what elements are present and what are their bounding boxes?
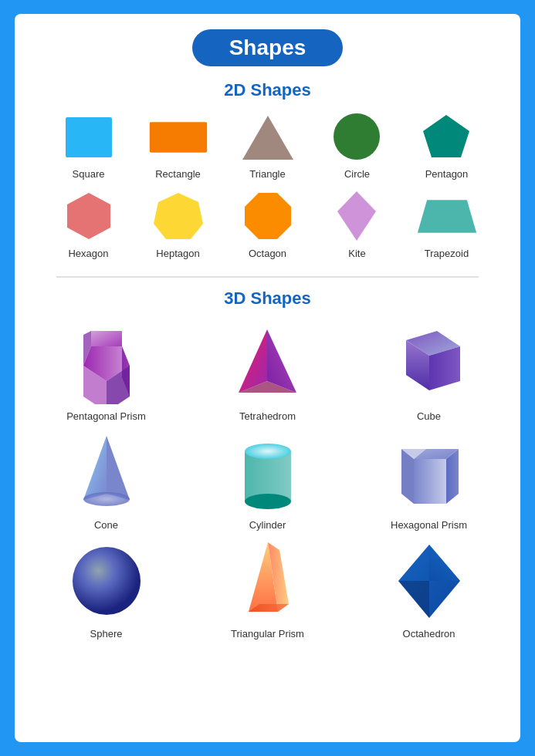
shape-triangular-prism-label: Triangular Prism [231, 628, 304, 640]
section-divider [56, 276, 478, 278]
shape-cone: Cone [33, 430, 179, 531]
shape-hexagon-label: Hexagon [68, 248, 108, 259]
svg-marker-8 [337, 191, 376, 241]
svg-rect-28 [414, 459, 446, 504]
shape-trapezoid: Trapezoid [408, 189, 486, 259]
shape-triangle: Triangle [229, 110, 306, 180]
shape-hexagonal-prism-label: Hexagonal Prism [391, 519, 467, 531]
shape-kite-label: Kite [348, 248, 365, 259]
svg-point-33 [73, 547, 141, 615]
svg-marker-6 [154, 193, 203, 239]
shape-cube-label: Cube [417, 410, 441, 422]
svg-marker-9 [417, 200, 476, 232]
2d-shapes-row1: Square Rectangle Triangle [33, 110, 502, 180]
svg-marker-23 [107, 436, 130, 500]
shape-rectangle: Rectangle [140, 110, 217, 180]
svg-rect-0 [66, 117, 112, 157]
shape-square-label: Square [73, 168, 105, 180]
shape-tetrahedron: Tetrahedrom [195, 321, 340, 422]
svg-point-3 [334, 113, 380, 160]
shape-hexagon: Hexagon [50, 189, 127, 259]
shape-sphere: Sphere [33, 538, 179, 640]
shape-circle-label: Circle [344, 168, 370, 180]
shape-cube: Cube [356, 321, 502, 422]
shape-heptagon: Heptagon [140, 189, 217, 259]
shape-pentagon-label: Pentagon [425, 168, 469, 180]
shape-triangle-label: Triangle [249, 168, 285, 180]
svg-marker-5 [67, 193, 110, 239]
svg-marker-4 [423, 115, 469, 157]
svg-marker-22 [83, 436, 107, 500]
section-2d-title: 2D Shapes [224, 80, 311, 100]
shape-kite: Kite [319, 189, 396, 259]
shape-cylinder: Cylinder [195, 430, 340, 531]
shape-octahedron: Octahedron [356, 538, 502, 640]
svg-marker-12 [91, 331, 122, 346]
svg-point-26 [245, 494, 291, 509]
shape-octagon: Octagon [229, 189, 306, 259]
3d-shapes-grid: Pentagonal Prism [33, 321, 502, 640]
section-3d-title: 3D Shapes [224, 289, 311, 309]
shape-hexagonal-prism: Hexagonal Prism [356, 430, 502, 531]
shape-pentagonal-prism-label: Pentagonal Prism [66, 410, 146, 422]
poster-title: Shapes [192, 29, 344, 66]
shape-sphere-label: Sphere [90, 628, 123, 640]
shape-cylinder-label: Cylinder [249, 519, 286, 531]
svg-marker-38 [429, 545, 460, 581]
poster: Shapes 2D Shapes Square Rectangle [15, 14, 520, 742]
svg-point-24 [83, 492, 130, 506]
svg-marker-39 [398, 581, 429, 618]
shape-pentagon: Pentagon [408, 110, 486, 180]
svg-marker-7 [245, 193, 291, 239]
shape-heptagon-label: Heptagon [156, 248, 199, 259]
svg-point-27 [245, 444, 291, 459]
shape-octagon-label: Octagon [249, 248, 286, 259]
svg-rect-1 [149, 122, 206, 153]
shape-trapezoid-label: Trapezoid [425, 248, 469, 259]
shape-cone-label: Cone [94, 519, 118, 531]
shape-circle: Circle [319, 110, 396, 180]
shape-rectangle-label: Rectangle [155, 168, 201, 180]
shape-tetrahedron-label: Tetrahedrom [239, 410, 296, 422]
shape-square: Square [50, 110, 127, 180]
2d-shapes-row2: Hexagon Heptagon Octagon [33, 189, 502, 259]
shape-pentagonal-prism: Pentagonal Prism [33, 321, 179, 422]
shape-octahedron-label: Octahedron [403, 628, 455, 640]
shape-triangular-prism: Triangular Prism [195, 538, 340, 640]
svg-marker-2 [242, 116, 293, 160]
